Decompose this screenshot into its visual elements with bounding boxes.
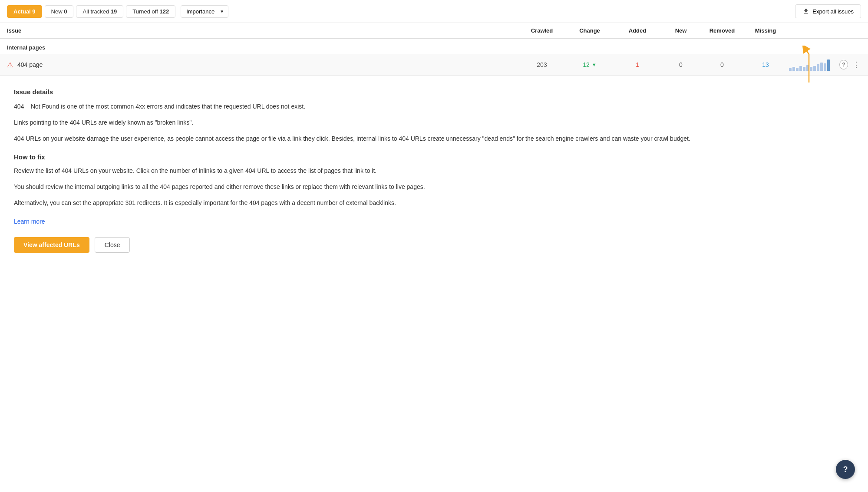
bar-1 — [792, 67, 795, 71]
tab-all-tracked-count: 19 — [111, 8, 117, 15]
bar-5 — [806, 65, 809, 71]
export-button[interactable]: Export all issues — [795, 4, 861, 18]
warning-icon: ⚠ — [7, 61, 13, 69]
section-internal-pages: Internal pages — [0, 39, 868, 54]
tab-turned-off[interactable]: Turned off 122 — [126, 5, 175, 18]
change-number: 12 — [583, 61, 590, 68]
bar-2 — [796, 68, 799, 71]
view-affected-urls-button[interactable]: View affected URLs — [14, 237, 89, 253]
bar-11 — [827, 59, 830, 71]
col-new: New — [661, 27, 700, 34]
mini-bar-chart — [787, 59, 839, 71]
change-value: 12 ▼ — [566, 61, 614, 68]
detail-para-2: Links pointing to the 404 URLs are widel… — [14, 118, 854, 128]
more-button[interactable]: ⋮ — [851, 60, 861, 69]
bar-9 — [820, 63, 823, 71]
bar-8 — [817, 64, 819, 71]
col-missing: Missing — [744, 27, 787, 34]
issue-name-label: 404 page — [17, 61, 43, 68]
importance-select[interactable]: Importance — [181, 5, 228, 18]
tab-turned-off-count: 122 — [159, 8, 169, 15]
detail-panel: Issue details 404 – Not Found is one of … — [0, 76, 868, 267]
learn-more-link[interactable]: Learn more — [14, 218, 45, 225]
tab-actual-label: Actual — [13, 8, 31, 15]
col-crawled: Crawled — [518, 27, 566, 34]
bar-3 — [799, 66, 802, 71]
bar-4 — [803, 67, 805, 71]
fix-para-1: Review the list of 404 URLs on your webs… — [14, 166, 854, 176]
removed-value: 0 — [700, 61, 744, 68]
detail-para-3: 404 URLs on your website damage the user… — [14, 134, 854, 144]
help-button[interactable]: ? — [839, 60, 848, 69]
missing-value: 13 — [744, 61, 787, 68]
bar-7 — [813, 66, 816, 71]
tab-actual-count: 9 — [32, 8, 35, 15]
top-bar: Actual 9 New 0 All tracked 19 Turned off… — [0, 0, 868, 23]
tab-new-label: New — [51, 8, 63, 15]
change-arrow-icon: ▼ — [592, 62, 597, 67]
fix-para-3: Alternatively, you can set the appropria… — [14, 198, 854, 208]
crawled-value: 203 — [518, 61, 566, 68]
added-value: 1 — [614, 61, 661, 68]
fix-para-2: You should review the internal outgoing … — [14, 182, 854, 192]
tab-new[interactable]: New 0 — [45, 5, 74, 18]
col-added: Added — [614, 27, 661, 34]
export-icon — [802, 8, 809, 15]
bar-0 — [789, 68, 792, 71]
col-removed: Removed — [700, 27, 744, 34]
bar-6 — [810, 67, 812, 71]
issue-name: ⚠ 404 page — [7, 61, 518, 69]
issue-row-404[interactable]: ⚠ 404 page 203 12 ▼ 1 0 0 13 ? ⋮ — [0, 54, 868, 76]
tab-new-count: 0 — [64, 8, 67, 15]
how-to-fix-title: How to fix — [14, 153, 854, 161]
tab-all-tracked-label: All tracked — [83, 8, 109, 15]
table-header: Issue Crawled Change Added New Removed M… — [0, 23, 868, 39]
export-label: Export all issues — [812, 8, 854, 15]
action-buttons: View affected URLs Close — [14, 237, 854, 253]
importance-wrapper: Importance — [178, 5, 228, 18]
tab-all-tracked[interactable]: All tracked 19 — [76, 5, 123, 18]
row-actions: ? ⋮ — [839, 60, 861, 69]
new-value: 0 — [661, 61, 700, 68]
tab-turned-off-label: Turned off — [132, 8, 158, 15]
col-actions — [839, 27, 861, 34]
col-chart — [787, 27, 839, 34]
close-button[interactable]: Close — [95, 237, 130, 253]
col-issue: Issue — [7, 27, 518, 34]
detail-para-1: 404 – Not Found is one of the most commo… — [14, 102, 854, 112]
col-change: Change — [566, 27, 614, 34]
detail-title: Issue details — [14, 88, 854, 96]
bar-10 — [824, 63, 826, 71]
chart-cell — [787, 59, 839, 71]
tab-actual[interactable]: Actual 9 — [7, 5, 42, 18]
